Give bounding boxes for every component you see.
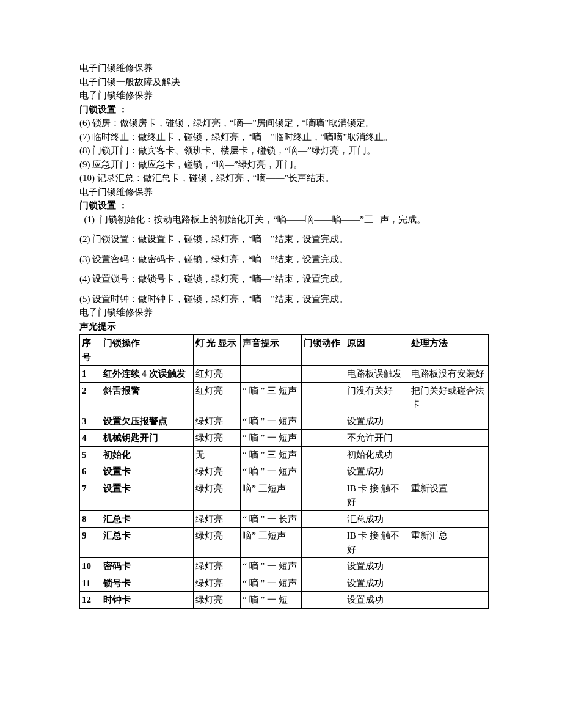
cell-op: 初始化 <box>101 446 193 463</box>
list-item: (1) 门锁初始化：按动电路板上的初始化开关，“嘀——嘀——嘀——”三 声，完成… <box>79 213 489 227</box>
cell-fix <box>409 446 489 463</box>
cell-rsn: IB 卡 接 触不好 <box>345 528 409 558</box>
col-snd: 声音提示 <box>241 335 301 366</box>
list-item: (6) 锁房：做锁房卡，碰锁，绿灯亮，“嘀—”房间锁定，“嘀嘀”取消锁定。 <box>79 116 489 130</box>
cell-act <box>301 510 345 528</box>
cell-rsn: 设置成功 <box>345 592 409 609</box>
list-item: (2) 门锁设置：做设置卡，碰锁，绿灯亮，“嘀—”结束，设置完成。 <box>79 232 489 246</box>
cell-snd: “ 嘀 ” 三 短声 <box>241 446 301 463</box>
section2-heading: 门锁设置 ： <box>79 199 489 213</box>
cell-snd: 嘀” 三短声 <box>241 480 301 510</box>
cell-rsn: 设置成功 <box>345 558 409 575</box>
cell-act <box>301 528 345 558</box>
cell-op: 斜舌报警 <box>101 382 193 413</box>
cell-act <box>301 558 345 575</box>
cell-seq: 5 <box>80 446 101 463</box>
cell-snd <box>241 366 301 383</box>
cell-rsn: IB 卡 接 触不好 <box>345 480 409 510</box>
table-row: 7设置卡绿灯亮嘀” 三短声IB 卡 接 触不好重新设置 <box>80 480 489 510</box>
list-item: (10) 记录汇总：做汇总卡，碰锁，绿灯亮，“嘀——”长声结束。 <box>79 171 489 185</box>
cell-snd: 嘀” 三短声 <box>241 528 301 558</box>
cell-led: 绿灯亮 <box>193 592 241 609</box>
list-item: (7) 临时终止：做终止卡，碰锁，绿灯亮，“嘀—”临时终止，“嘀嘀”取消终止。 <box>79 130 489 144</box>
cell-fix <box>409 463 489 480</box>
list-item: (3) 设置密码：做密码卡，碰锁，绿灯亮，“嘀—”结束，设置完成。 <box>79 252 489 267</box>
title-line-1: 电子门锁维修保养 <box>79 61 489 75</box>
cell-op: 汇总卡 <box>101 528 193 558</box>
col-act: 门锁动作 <box>301 335 345 366</box>
cell-seq: 12 <box>80 592 101 609</box>
col-op: 门锁操作 <box>101 335 193 366</box>
cell-act <box>301 480 345 510</box>
cell-op: 机械钥匙开门 <box>101 430 193 447</box>
cell-rsn: 门没有关好 <box>345 382 409 413</box>
cell-op: 时钟卡 <box>101 592 193 609</box>
table-heading: 声光提示 <box>79 320 489 334</box>
cell-snd: “ 嘀 ” 三 短声 <box>241 382 301 413</box>
list-item: (5) 设置时钟：做时钟卡，碰锁，绿灯亮，“嘀—”结束，设置完成。 <box>79 292 489 306</box>
cell-fix <box>409 575 489 592</box>
cell-led: 绿灯亮 <box>193 463 241 480</box>
cell-seq: 8 <box>80 510 101 528</box>
cell-led: 无 <box>193 446 241 463</box>
cell-fix <box>409 592 489 609</box>
table-row: 11锁号卡绿灯亮“ 嘀 ” 一 短声设置成功 <box>80 575 489 592</box>
cell-fix: 把门关好或碰合法卡 <box>409 382 489 413</box>
sound-light-table: 序号 门锁操作 灯 光 显示 声音提示 门锁动作 原因 处理方法 1红外连续 4… <box>79 334 489 609</box>
cell-led: 绿灯亮 <box>193 558 241 575</box>
cell-rsn: 汇总成功 <box>345 510 409 528</box>
cell-op: 设置卡 <box>101 480 193 510</box>
cell-snd: “ 嘀 ” 一 长声 <box>241 510 301 528</box>
cell-rsn: 电路板误触发 <box>345 366 409 383</box>
col-seq: 序号 <box>80 335 101 366</box>
col-fix: 处理方法 <box>409 335 489 366</box>
cell-snd: “ 嘀 ” 一 短声 <box>241 430 301 447</box>
cell-led: 绿灯亮 <box>193 528 241 558</box>
cell-fix <box>409 430 489 447</box>
table-row: 2斜舌报警红灯亮“ 嘀 ” 三 短声门没有关好把门关好或碰合法卡 <box>80 382 489 413</box>
table-row: 9汇总卡绿灯亮嘀” 三短声IB 卡 接 触不好重新汇总 <box>80 528 489 558</box>
cell-act <box>301 413 345 430</box>
title-line-4: 电子门锁维修保养 <box>79 185 489 199</box>
cell-led: 绿灯亮 <box>193 430 241 447</box>
cell-rsn: 设置成功 <box>345 413 409 430</box>
table-header-row: 序号 门锁操作 灯 光 显示 声音提示 门锁动作 原因 处理方法 <box>80 335 489 366</box>
cell-act <box>301 463 345 480</box>
list-item: (8) 门锁开门：做宾客卡、领班卡、楼层卡，碰锁，“嘀—”绿灯亮，开门。 <box>79 144 489 158</box>
cell-rsn: 初始化成功 <box>345 446 409 463</box>
section1-heading: 门锁设置 ： <box>79 103 489 117</box>
cell-fix: 重新汇总 <box>409 528 489 558</box>
cell-fix <box>409 558 489 575</box>
table-row: 6设置卡绿灯亮“ 嘀 ” 一 短声设置成功 <box>80 463 489 480</box>
cell-op: 设置卡 <box>101 463 193 480</box>
cell-led: 绿灯亮 <box>193 413 241 430</box>
list-item: (4) 设置锁号：做锁号卡，碰锁，绿灯亮，“嘀—”结束，设置完成。 <box>79 272 489 286</box>
cell-led: 绿灯亮 <box>193 510 241 528</box>
cell-op: 设置欠压报警点 <box>101 413 193 430</box>
title-line-2: 电子门锁一般故障及解决 <box>79 75 489 89</box>
cell-act <box>301 430 345 447</box>
cell-led: 绿灯亮 <box>193 480 241 510</box>
cell-fix <box>409 413 489 430</box>
cell-act <box>301 446 345 463</box>
section2-items: (1) 门锁初始化：按动电路板上的初始化开关，“嘀——嘀——嘀——”三 声，完成… <box>79 213 489 306</box>
cell-rsn: 设置成功 <box>345 575 409 592</box>
table-row: 10密码卡绿灯亮“ 嘀 ” 一 短声设置成功 <box>80 558 489 575</box>
title-line-3: 电子门锁维修保养 <box>79 89 489 103</box>
cell-seq: 10 <box>80 558 101 575</box>
cell-fix <box>409 510 489 528</box>
cell-snd: “ 嘀 ” 一 短声 <box>241 413 301 430</box>
cell-rsn: 不允许开门 <box>345 430 409 447</box>
title-line-5: 电子门锁维修保养 <box>79 306 489 320</box>
cell-seq: 4 <box>80 430 101 447</box>
cell-act <box>301 382 345 413</box>
cell-op: 红外连续 4 次误触发 <box>101 366 193 383</box>
cell-fix: 电路板没有安装好 <box>409 366 489 383</box>
cell-seq: 11 <box>80 575 101 592</box>
cell-snd: “ 嘀 ” 一 短声 <box>241 575 301 592</box>
cell-act <box>301 592 345 609</box>
cell-seq: 1 <box>80 366 101 383</box>
cell-seq: 9 <box>80 528 101 558</box>
cell-seq: 7 <box>80 480 101 510</box>
table-row: 8汇总卡绿灯亮“ 嘀 ” 一 长声汇总成功 <box>80 510 489 528</box>
